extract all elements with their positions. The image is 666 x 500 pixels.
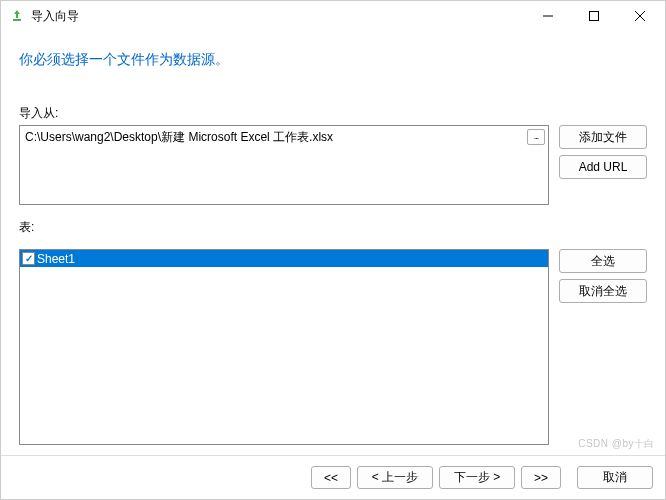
file-side-buttons: 添加文件 Add URL	[559, 125, 647, 205]
tables-side-buttons: 全选 取消全选	[559, 249, 647, 445]
window-controls	[525, 1, 663, 31]
table-name: Sheet1	[37, 252, 75, 266]
minimize-button[interactable]	[525, 1, 571, 31]
prev-button[interactable]: < 上一步	[357, 466, 433, 489]
content-area: 你必须选择一个文件作为数据源。 导入从: C:\Users\wang2\Desk…	[1, 31, 665, 455]
import-wizard-window: 导入向导 你必须选择一个文件作为数据源。 导入从: C:\Users\wang2…	[0, 0, 666, 500]
file-path-box[interactable]: C:\Users\wang2\Desktop\新建 Microsoft Exce…	[19, 125, 549, 205]
add-file-button[interactable]: 添加文件	[559, 125, 647, 149]
import-from-label: 导入从:	[19, 105, 647, 122]
deselect-all-button[interactable]: 取消全选	[559, 279, 647, 303]
maximize-button[interactable]	[571, 1, 617, 31]
titlebar: 导入向导	[1, 1, 665, 31]
cancel-button[interactable]: 取消	[577, 466, 653, 489]
import-from-row: C:\Users\wang2\Desktop\新建 Microsoft Exce…	[19, 125, 647, 205]
svg-rect-2	[590, 12, 599, 21]
add-url-button[interactable]: Add URL	[559, 155, 647, 179]
svg-rect-0	[13, 19, 21, 21]
tables-listbox[interactable]: Sheet1	[19, 249, 549, 445]
footer-nav: << < 上一步 下一步 > >> 取消	[1, 455, 665, 499]
browse-button[interactable]: ...	[527, 129, 545, 145]
list-item[interactable]: Sheet1	[20, 250, 548, 267]
tables-label: 表:	[19, 219, 647, 236]
instruction-heading: 你必须选择一个文件作为数据源。	[19, 51, 647, 69]
next-button[interactable]: 下一步 >	[439, 466, 515, 489]
app-icon	[9, 8, 25, 24]
checkbox-icon[interactable]	[22, 252, 35, 265]
window-title: 导入向导	[31, 8, 525, 25]
close-button[interactable]	[617, 1, 663, 31]
first-page-button[interactable]: <<	[311, 466, 351, 489]
last-page-button[interactable]: >>	[521, 466, 561, 489]
tables-row: Sheet1 全选 取消全选	[19, 249, 647, 445]
file-path-text: C:\Users\wang2\Desktop\新建 Microsoft Exce…	[25, 130, 333, 144]
select-all-button[interactable]: 全选	[559, 249, 647, 273]
